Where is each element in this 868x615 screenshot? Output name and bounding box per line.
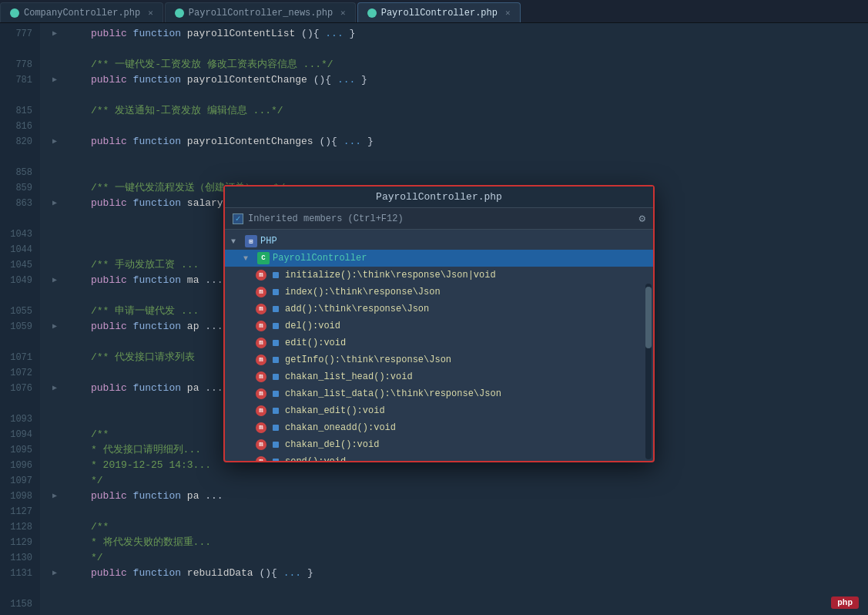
tab-label-news: PayrollController_news.php	[189, 8, 333, 18]
fold-1076[interactable]: ▶	[52, 381, 63, 396]
tab-companycontroller[interactable]: CompanyController.php ✕	[0, 2, 163, 22]
method-sub-icon-5	[273, 357, 279, 363]
method-label-0: initialize():\think\response\Json|void	[285, 270, 496, 281]
ln-empty2	[0, 88, 32, 103]
method-icon-1: m	[256, 287, 266, 297]
ln-1043: 1043	[0, 227, 32, 242]
method-label-1: index():\think\response\Json	[285, 287, 441, 297]
code-line-781: ▶ public function payrollContentChange (…	[52, 72, 868, 88]
ln-1159: 1159	[0, 612, 32, 615]
code-line-1097: */	[52, 473, 868, 489]
method-sub-icon-9	[273, 425, 279, 431]
tab-payrollcontroller-news[interactable]: PayrollController_news.php ✕	[165, 2, 356, 22]
class-label: PayrollController	[273, 253, 367, 264]
tree-method-add[interactable]: m add():\think\response\Json	[225, 301, 653, 318]
class-icon: C	[257, 252, 270, 264]
ln-1055: 1055	[0, 304, 32, 319]
tab-payrollcontroller[interactable]: PayrollController.php ✕	[357, 2, 521, 22]
method-label-8: chakan_edit():void	[285, 405, 385, 416]
tree-method-chakan-oneadd[interactable]: m chakan_oneadd():void	[225, 419, 653, 436]
php-section-label: PHP	[260, 236, 277, 247]
php-section-icon: ⊞	[245, 235, 257, 247]
tab-icon-news	[175, 8, 184, 18]
tab-icon-company	[10, 8, 19, 18]
method-sub-icon-11	[273, 459, 279, 461]
popup-scrollbar-thumb	[645, 287, 652, 348]
code-line-empty1	[52, 42, 868, 57]
tab-close-payroll[interactable]: ✕	[505, 8, 511, 18]
tree-class-payrollcontroller[interactable]: ▼ C PayrollController	[225, 250, 653, 267]
fold-820[interactable]: ▶	[52, 134, 63, 150]
method-label-7: chakan_list_data():\think\response\Json	[285, 388, 501, 399]
ln-1072: 1072	[0, 365, 32, 381]
tree-section-php[interactable]: ▼ ⊞ PHP	[225, 233, 653, 250]
ln-778: 778	[0, 57, 32, 72]
ln-empty8	[0, 581, 32, 597]
tree-method-chakan-edit[interactable]: m chakan_edit():void	[225, 402, 653, 419]
fold-781[interactable]: ▶	[52, 72, 63, 88]
fold-1049[interactable]: ▶	[52, 273, 63, 288]
method-sub-icon-1	[273, 289, 279, 295]
fold-1059[interactable]: ▶	[52, 319, 63, 334]
fold-1131[interactable]: ▶	[52, 566, 63, 581]
tree-method-index[interactable]: m index():\think\response\Json	[225, 284, 653, 301]
inherited-members-checkbox[interactable]	[233, 213, 243, 224]
line-numbers: 777 778 781 815 816 820 858 859 863 1043…	[0, 23, 40, 615]
ln-1158: 1158	[0, 597, 32, 612]
method-icon-0: m	[256, 270, 266, 281]
method-icon-3: m	[256, 321, 266, 331]
ln-1049: 1049	[0, 273, 32, 288]
method-sub-icon-6	[273, 374, 279, 380]
ln-1129: 1129	[0, 535, 32, 550]
tree-method-chakan-del[interactable]: m chakan_del():void	[225, 436, 653, 453]
ln-1098: 1098	[0, 489, 32, 504]
structure-popup[interactable]: PayrollController.php Inherited members …	[223, 185, 655, 462]
php-badge: php	[831, 597, 859, 609]
ln-1045: 1045	[0, 257, 32, 273]
ln-1059: 1059	[0, 319, 32, 334]
settings-gear-icon[interactable]: ⚙	[639, 212, 645, 225]
ln-empty5	[0, 288, 32, 304]
tree-method-getinfo[interactable]: m getInfo():\think\response\Json	[225, 351, 653, 368]
ln-1044: 1044	[0, 242, 32, 257]
ln-777: 777	[0, 26, 32, 42]
ln-1097: 1097	[0, 473, 32, 489]
method-sub-icon-0	[273, 272, 279, 278]
ln-empty1	[0, 42, 32, 57]
tree-method-chakan-list-head[interactable]: m chakan_list_head():void	[225, 368, 653, 385]
fold-777[interactable]: ▶	[52, 26, 63, 42]
code-line-1098: ▶ public function pa ...	[52, 489, 868, 504]
code-line-815-comment: /** 发送通知-工资发放 编辑信息 ...*/	[52, 103, 868, 119]
code-line-778-comment: /** 一键代发-工资发放 修改工资表内容信息 ...*/	[52, 57, 868, 72]
code-line-816	[52, 119, 868, 134]
tree-method-edit[interactable]: m edit():void	[225, 334, 653, 351]
code-line-1129: * 将代发失败的数据重...	[52, 535, 868, 550]
tree-method-send[interactable]: m send():void	[225, 453, 653, 461]
tab-close-news[interactable]: ✕	[340, 8, 346, 18]
method-icon-2: m	[256, 304, 266, 314]
ln-1076: 1076	[0, 381, 32, 396]
fold-863[interactable]: ▶	[52, 196, 63, 211]
code-line-777: ▶ public function payrollContentList (){…	[52, 26, 868, 42]
popup-toolbar-left: Inherited members (Ctrl+F12)	[233, 213, 404, 224]
ln-863: 863	[0, 196, 32, 211]
tree-method-initialize[interactable]: m initialize():\think\response\Json|void	[225, 267, 653, 284]
ln-empty3	[0, 150, 32, 165]
popup-title: PayrollController.php	[376, 191, 502, 203]
ln-820: 820	[0, 134, 32, 150]
popup-scrollbar[interactable]	[645, 284, 652, 459]
method-icon-10: m	[256, 439, 266, 450]
method-sub-icon-10	[273, 442, 279, 448]
method-icon-8: m	[256, 405, 266, 416]
tree-method-del[interactable]: m del():void	[225, 318, 653, 334]
popup-toolbar: Inherited members (Ctrl+F12) ⚙	[225, 208, 653, 230]
tab-close-company[interactable]: ✕	[148, 8, 153, 18]
fold-1098[interactable]: ▶	[52, 489, 63, 504]
ln-781: 781	[0, 72, 32, 88]
ln-empty7	[0, 396, 32, 412]
method-label-10: chakan_del():void	[285, 439, 379, 450]
ln-815: 815	[0, 103, 32, 119]
tab-label-payroll: PayrollController.php	[381, 8, 498, 18]
method-sub-icon-7	[273, 391, 279, 397]
tree-method-chakan-list-data[interactable]: m chakan_list_data():\think\response\Jso…	[225, 385, 653, 402]
